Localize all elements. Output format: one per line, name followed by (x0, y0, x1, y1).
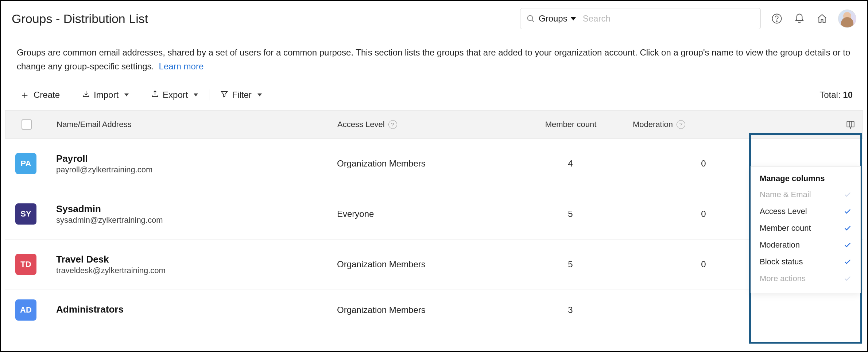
header-right: Groups (520, 8, 856, 29)
column-toggle-item[interactable]: Block status (751, 253, 860, 270)
column-toggle-label: Moderation (760, 240, 800, 250)
check-icon (844, 224, 852, 232)
toolbar: ＋ Create Import Export Filter Total: 10 (1, 79, 867, 110)
table-row[interactable]: PA Payroll payroll@zylkertraining.com Or… (5, 139, 863, 189)
count-cell: 5 (508, 209, 632, 219)
import-icon (82, 90, 90, 100)
chevron-down-icon (257, 93, 262, 96)
name-cell[interactable]: Sysadmin sysadmin@zylkertraining.com (56, 203, 337, 225)
bell-icon[interactable] (793, 12, 806, 25)
column-toggle-label: More actions (760, 274, 806, 283)
filter-icon (220, 90, 228, 100)
check-icon (844, 275, 852, 283)
group-email: traveldesk@zylkertraining.com (56, 266, 337, 275)
home-icon[interactable] (815, 12, 829, 25)
column-settings-button[interactable] (775, 120, 863, 129)
check-icon (844, 207, 852, 215)
col-access[interactable]: Access Level ? (337, 120, 509, 129)
group-email: payroll@zylkertraining.com (56, 165, 337, 175)
search-icon (526, 14, 535, 23)
col-moderation-label: Moderation (633, 120, 673, 129)
search-scope-label: Groups (539, 14, 567, 24)
svg-rect-4 (847, 121, 854, 127)
page-header: Groups - Distribution List Groups (1, 1, 867, 36)
total-count: Total: 10 (819, 90, 853, 100)
column-toggle-label: Block status (760, 257, 803, 267)
group-name: Travel Desk (56, 254, 337, 265)
group-avatar: PA (15, 153, 36, 174)
table-row[interactable]: TD Travel Desk traveldesk@zylkertraining… (5, 240, 863, 290)
group-avatar-cell: SY (12, 203, 56, 225)
help-icon[interactable]: ? (677, 120, 685, 129)
column-toggle-item: Name & Email (751, 186, 860, 203)
create-label: Create (34, 90, 60, 100)
svg-point-3 (776, 21, 777, 22)
check-icon (844, 241, 852, 249)
group-name: Payroll (56, 153, 337, 164)
export-label: Export (163, 90, 188, 100)
group-name: Administrators (56, 304, 337, 315)
svg-line-1 (532, 20, 534, 22)
plus-icon: ＋ (20, 90, 30, 100)
group-name: Sysadmin (56, 203, 337, 215)
name-cell[interactable]: Travel Desk traveldesk@zylkertraining.co… (56, 254, 337, 275)
search-input[interactable] (583, 14, 755, 24)
export-icon (151, 90, 159, 100)
group-avatar: TD (15, 254, 36, 275)
filter-label: Filter (232, 90, 251, 100)
count-cell: 5 (508, 259, 632, 269)
access-cell: Everyone (337, 209, 508, 219)
separator (71, 89, 71, 100)
group-avatar-cell: TD (12, 254, 56, 275)
column-toggle-item[interactable]: Member count (751, 220, 860, 237)
count-cell: 3 (508, 305, 632, 315)
manage-columns-popover: Manage columns Name & Email Access Level… (751, 166, 861, 293)
table-header: Name/Email Address Access Level ? Member… (5, 110, 863, 139)
help-icon[interactable]: ? (388, 120, 397, 129)
popover-title: Manage columns (751, 174, 860, 186)
check-icon (844, 258, 852, 266)
access-cell: Organization Members (337, 259, 508, 269)
group-avatar-cell: PA (12, 153, 56, 174)
table-row[interactable]: AD Administrators Organization Members 3 (5, 290, 863, 330)
column-toggle-item[interactable]: Moderation (751, 237, 860, 253)
select-all-checkbox[interactable] (22, 119, 32, 130)
search-bar[interactable]: Groups (520, 8, 761, 29)
chevron-down-icon (194, 93, 198, 96)
column-toggle-label: Member count (760, 223, 811, 233)
col-moderation[interactable]: Moderation ? (633, 120, 775, 129)
table-row[interactable]: SY Sysadmin sysadmin@zylkertraining.com … (5, 189, 863, 240)
access-cell: Organization Members (337, 305, 508, 315)
import-label: Import (94, 90, 119, 100)
learn-more-link[interactable]: Learn more (159, 61, 204, 71)
col-count[interactable]: Member count (509, 120, 633, 129)
groups-table: Name/Email Address Access Level ? Member… (5, 110, 863, 330)
import-button[interactable]: Import (79, 88, 132, 102)
column-toggle-item[interactable]: Access Level (751, 203, 860, 220)
avatar[interactable] (838, 9, 856, 28)
page-description: Groups are common email addresses, share… (1, 36, 867, 79)
create-button[interactable]: ＋ Create (17, 88, 63, 102)
group-email: sysadmin@zylkertraining.com (56, 215, 337, 225)
total-label: Total: (819, 90, 840, 100)
name-cell[interactable]: Payroll payroll@zylkertraining.com (56, 153, 337, 175)
col-name[interactable]: Name/Email Address (57, 120, 337, 129)
search-scope-dropdown[interactable]: Groups (539, 14, 583, 24)
page-title: Groups - Distribution List (12, 12, 148, 26)
select-all-cell (13, 119, 57, 130)
caret-down-icon (570, 17, 576, 20)
column-toggle-item: More actions (751, 270, 860, 287)
column-toggle-label: Access Level (760, 207, 807, 216)
group-avatar-cell: AD (12, 299, 56, 321)
column-toggle-label: Name & Email (760, 190, 811, 199)
help-icon[interactable] (770, 12, 783, 25)
access-cell: Organization Members (337, 158, 508, 169)
count-cell: 4 (508, 158, 632, 169)
description-text: Groups are common email addresses, share… (17, 47, 850, 71)
name-cell[interactable]: Administrators (56, 304, 337, 316)
chevron-down-icon (124, 93, 129, 96)
group-avatar: SY (15, 203, 36, 225)
export-button[interactable]: Export (148, 88, 201, 102)
filter-button[interactable]: Filter (217, 88, 264, 102)
total-value: 10 (843, 90, 853, 100)
